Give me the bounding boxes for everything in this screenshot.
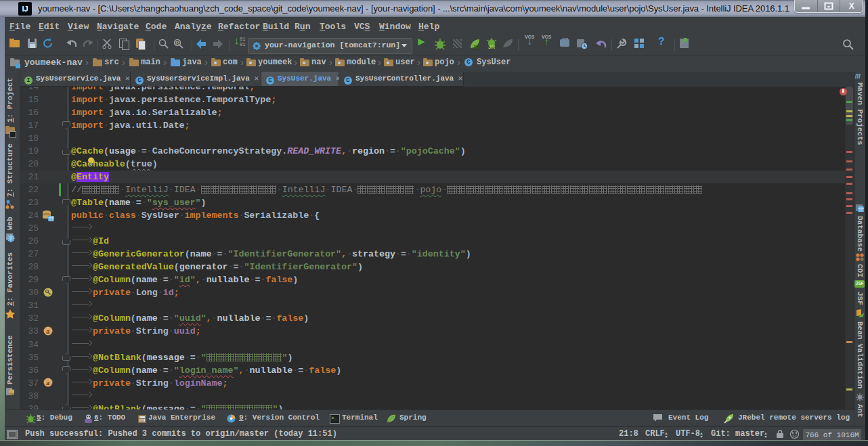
svg-text:JR: JR <box>473 44 479 50</box>
svg-text:R: R <box>175 40 179 46</box>
svg-text:JR: JR <box>488 44 495 50</box>
